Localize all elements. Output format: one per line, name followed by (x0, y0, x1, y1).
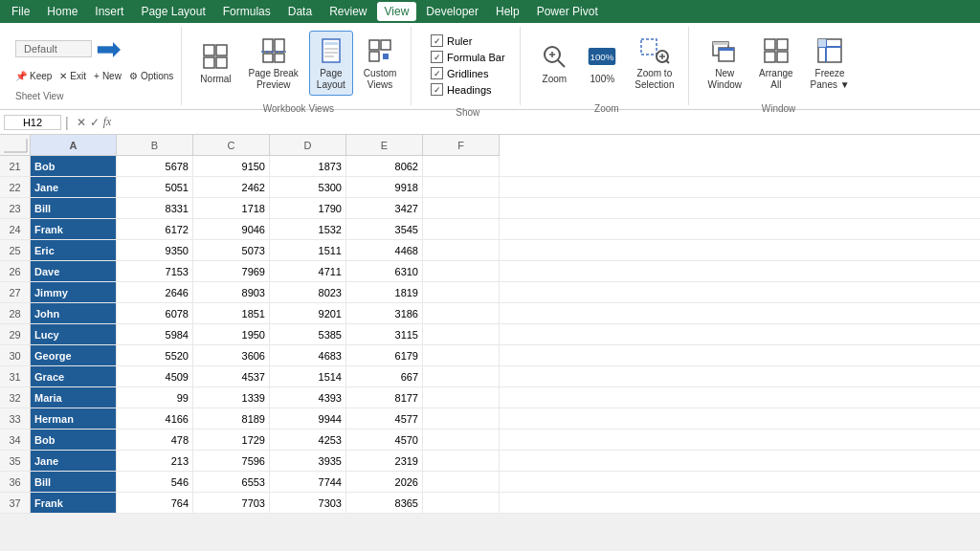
data-cell[interactable]: 7703 (193, 493, 270, 513)
menu-power-pivot[interactable]: Power Pivot (529, 2, 606, 21)
headings-checkbox[interactable]: Headings (431, 83, 505, 96)
data-cell[interactable] (423, 472, 500, 492)
custom-views-button[interactable]: Custom Views (357, 31, 403, 96)
data-cell[interactable]: 1873 (270, 156, 346, 176)
col-header-d[interactable]: D (270, 135, 346, 155)
data-cell[interactable]: 4570 (346, 430, 423, 450)
data-cell[interactable]: Grace (31, 366, 117, 386)
menu-formulas[interactable]: Formulas (215, 2, 278, 21)
confirm-formula-icon[interactable]: ✓ (90, 116, 100, 129)
data-cell[interactable]: 4468 (346, 240, 423, 260)
data-cell[interactable]: 2646 (117, 282, 193, 302)
data-cell[interactable]: Jimmy (31, 282, 117, 302)
data-cell[interactable] (423, 366, 500, 386)
data-cell[interactable]: Bob (31, 430, 117, 450)
data-cell[interactable]: 7969 (193, 261, 270, 281)
menu-review[interactable]: Review (322, 2, 374, 21)
page-break-preview-button[interactable]: Page Break Preview (242, 31, 305, 96)
data-cell[interactable]: 1950 (193, 324, 270, 344)
data-cell[interactable]: Herman (31, 408, 117, 429)
data-cell[interactable] (423, 219, 500, 239)
zoom-to-selection-button[interactable]: Zoom to Selection (628, 31, 680, 96)
data-cell[interactable] (423, 282, 500, 302)
menu-data[interactable]: Data (280, 2, 320, 21)
data-cell[interactable]: 478 (117, 430, 193, 450)
col-header-c[interactable]: C (193, 135, 270, 155)
data-cell[interactable]: 5073 (193, 240, 270, 260)
data-cell[interactable]: 5984 (117, 324, 193, 344)
data-cell[interactable] (423, 156, 500, 176)
col-header-b[interactable]: B (117, 135, 193, 155)
data-cell[interactable]: 5385 (270, 324, 346, 344)
data-cell[interactable]: Frank (31, 493, 117, 513)
data-cell[interactable]: 6310 (346, 261, 423, 281)
data-cell[interactable]: 9918 (346, 177, 423, 197)
data-cell[interactable]: 7744 (270, 472, 346, 492)
data-cell[interactable]: 1729 (193, 430, 270, 450)
data-cell[interactable]: 4166 (117, 408, 193, 429)
data-cell[interactable]: 9046 (193, 219, 270, 239)
formula-bar-checkbox-box[interactable] (431, 51, 443, 63)
data-cell[interactable]: 1532 (270, 219, 346, 239)
data-cell[interactable] (423, 324, 500, 344)
data-cell[interactable]: 3606 (193, 345, 270, 365)
data-cell[interactable]: 5520 (117, 345, 193, 365)
menu-file[interactable]: File (4, 2, 37, 21)
data-cell[interactable]: 1339 (193, 387, 270, 408)
new-sheet-view-button[interactable]: + New (94, 71, 122, 81)
menu-page-layout[interactable]: Page Layout (133, 2, 212, 21)
arrange-all-button[interactable]: Arrange All (752, 31, 800, 96)
data-cell[interactable]: 8062 (346, 156, 423, 176)
data-cell[interactable]: 1851 (193, 303, 270, 323)
zoom-100-button[interactable]: 100% 100% (580, 36, 624, 90)
data-cell[interactable]: 4577 (346, 408, 423, 429)
ruler-checkbox-box[interactable] (431, 34, 443, 47)
data-cell[interactable] (423, 261, 500, 281)
data-cell[interactable]: 5300 (270, 177, 346, 197)
data-cell[interactable]: 8023 (270, 282, 346, 302)
data-cell[interactable]: 5051 (117, 177, 193, 197)
data-cell[interactable]: 4537 (193, 366, 270, 386)
normal-view-button[interactable]: Normal (193, 36, 237, 90)
data-cell[interactable]: 8903 (193, 282, 270, 302)
data-cell[interactable]: 4393 (270, 387, 346, 408)
keep-button[interactable]: 📌 Keep (15, 71, 52, 81)
formula-input[interactable] (119, 116, 976, 129)
data-cell[interactable]: 546 (117, 472, 193, 492)
data-cell[interactable]: George (31, 345, 117, 365)
col-header-a[interactable]: A (31, 135, 117, 155)
menu-view[interactable]: View (377, 2, 417, 21)
data-cell[interactable]: 667 (346, 366, 423, 386)
data-cell[interactable]: 1514 (270, 366, 346, 386)
freeze-panes-button[interactable]: Freeze Panes ▼ (804, 31, 857, 96)
data-cell[interactable]: 1718 (193, 198, 270, 218)
data-cell[interactable]: 3935 (270, 451, 346, 471)
options-button[interactable]: ⚙ Options (129, 71, 173, 81)
page-layout-button[interactable]: Page Layout (309, 31, 353, 96)
data-cell[interactable] (423, 198, 500, 218)
data-cell[interactable] (423, 430, 500, 450)
menu-help[interactable]: Help (488, 2, 527, 21)
data-cell[interactable]: 3427 (346, 198, 423, 218)
data-cell[interactable]: 213 (117, 451, 193, 471)
col-header-e[interactable]: E (346, 135, 423, 155)
data-cell[interactable]: Dave (31, 261, 117, 281)
data-cell[interactable]: 4711 (270, 261, 346, 281)
data-cell[interactable]: 2319 (346, 451, 423, 471)
data-cell[interactable] (423, 408, 500, 429)
data-cell[interactable]: 2026 (346, 472, 423, 492)
data-cell[interactable]: Jane (31, 177, 117, 197)
data-cell[interactable]: 9150 (193, 156, 270, 176)
formula-bar-checkbox[interactable]: Formula Bar (431, 51, 505, 63)
data-cell[interactable]: 8331 (117, 198, 193, 218)
data-cell[interactable]: 764 (117, 493, 193, 513)
data-cell[interactable]: 6179 (346, 345, 423, 365)
zoom-button[interactable]: Zoom (532, 36, 576, 90)
data-cell[interactable]: Bill (31, 198, 117, 218)
data-cell[interactable] (423, 240, 500, 260)
data-cell[interactable]: 9944 (270, 408, 346, 429)
insert-function-icon[interactable]: fx (103, 115, 112, 129)
data-cell[interactable]: 4683 (270, 345, 346, 365)
data-cell[interactable]: Lucy (31, 324, 117, 344)
data-cell[interactable]: Bill (31, 472, 117, 492)
